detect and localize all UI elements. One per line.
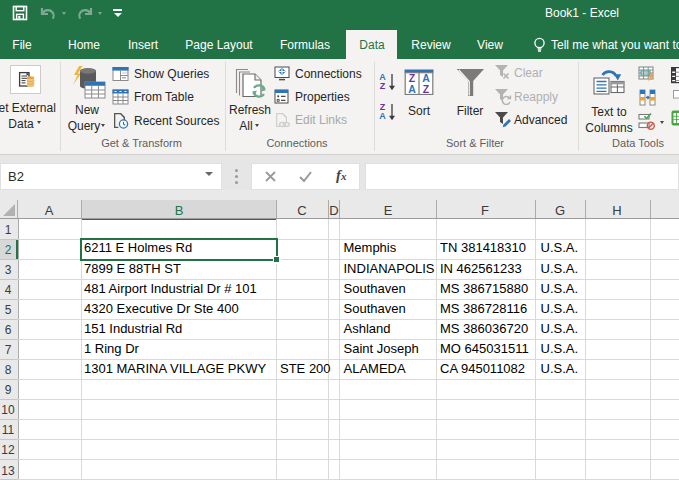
- svg-text:A: A: [408, 83, 416, 95]
- svg-text:Z: Z: [423, 83, 430, 95]
